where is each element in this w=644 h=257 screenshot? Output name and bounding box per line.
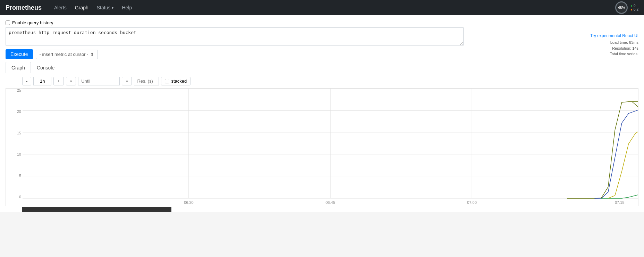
navbar: Prometheus Alerts Graph Status ▾ Help 48… xyxy=(0,0,644,15)
graph-controls: - + « » stacked xyxy=(6,73,638,88)
gauge-mini-info: ● 0 ● 0.2 xyxy=(630,4,638,11)
forward-button[interactable]: » xyxy=(122,77,132,85)
react-ui-link[interactable]: Try experimental React UI xyxy=(590,33,638,38)
y-label-20: 20 xyxy=(6,110,21,114)
gauge-value: 48% xyxy=(618,6,625,10)
dot-green-icon: ● xyxy=(630,4,633,8)
toolbar-row: Execute - insert metric at cursor - ⇕ xyxy=(6,47,638,62)
load-time: Load time: 83ms xyxy=(610,40,638,45)
zoom-out-button[interactable]: - xyxy=(22,77,31,85)
stacked-checkbox[interactable] xyxy=(165,79,169,83)
stacked-text: stacked xyxy=(171,78,187,84)
until-input[interactable] xyxy=(78,77,120,85)
y-label-25: 25 xyxy=(6,89,21,92)
dot-orange-icon: ● xyxy=(630,8,633,11)
gauge-dot2-value: 0.2 xyxy=(634,8,638,11)
navbar-brand: Prometheus xyxy=(6,4,42,11)
query-history-row: Enable query history xyxy=(6,18,638,27)
stacked-label[interactable]: stacked xyxy=(161,77,190,85)
nav-help[interactable]: Help xyxy=(118,5,136,10)
nav-graph[interactable]: Graph xyxy=(71,5,93,10)
resolution-info: Resolution: 14s xyxy=(610,45,638,51)
x-label-0630: 06:30 xyxy=(184,200,194,205)
tab-graph[interactable]: Graph xyxy=(6,62,31,73)
gauge-dot1: ● 0 xyxy=(630,4,638,8)
insert-metric-arrow: ⇕ xyxy=(90,52,94,57)
y-label-5: 5 xyxy=(6,174,21,178)
nav-status[interactable]: Status ▾ xyxy=(93,5,118,10)
y-label-0: 0 xyxy=(6,195,21,199)
resolution-input[interactable] xyxy=(134,77,159,85)
nav-alerts[interactable]: Alerts xyxy=(50,5,71,10)
chart-svg xyxy=(23,89,638,199)
tab-console[interactable]: Console xyxy=(31,62,60,73)
tabs-row: Graph Console xyxy=(6,62,638,73)
y-axis: 0 5 10 15 20 25 xyxy=(6,89,23,199)
rewind-button[interactable]: « xyxy=(66,77,76,85)
x-label-0645: 06:45 xyxy=(325,200,335,205)
load-info: Load time: 83ms Resolution: 14s Total ti… xyxy=(610,40,638,57)
query-history-checkbox[interactable] xyxy=(6,20,10,25)
chart-area: 0 5 10 15 20 25 xyxy=(6,88,638,206)
insert-metric-label: - insert metric at cursor - xyxy=(40,52,88,57)
gauge-container: 48% ● 0 ● 0.2 xyxy=(615,1,638,14)
gauge-dot2: ● 0.2 xyxy=(630,8,638,11)
gauge-circle: 48% xyxy=(615,1,628,14)
query-input[interactable]: prometheus_http_request_duration_seconds… xyxy=(6,27,464,45)
y-label-15: 15 xyxy=(6,131,21,135)
x-label-0700: 07:00 xyxy=(467,200,477,205)
nav-status-label: Status xyxy=(97,5,111,10)
zoom-in-button[interactable]: + xyxy=(53,77,64,85)
range-input[interactable] xyxy=(33,77,51,85)
execute-button[interactable]: Execute xyxy=(6,49,33,59)
total-series: Total time series: xyxy=(610,51,638,57)
chevron-down-icon: ▾ xyxy=(112,6,113,10)
x-label-0715: 07:15 xyxy=(615,200,625,205)
scrollbar[interactable] xyxy=(22,207,171,212)
y-label-10: 10 xyxy=(6,152,21,156)
main-content: Try experimental React UI Load time: 83m… xyxy=(0,15,644,212)
gauge-dot1-value: 0 xyxy=(634,4,636,8)
x-axis: 06:30 06:45 07:00 07:15 xyxy=(23,199,638,206)
react-link[interactable]: Try experimental React UI xyxy=(590,33,638,38)
insert-metric-dropdown[interactable]: - insert metric at cursor - ⇕ xyxy=(36,50,98,59)
query-history-label[interactable]: Enable query history xyxy=(12,20,53,25)
